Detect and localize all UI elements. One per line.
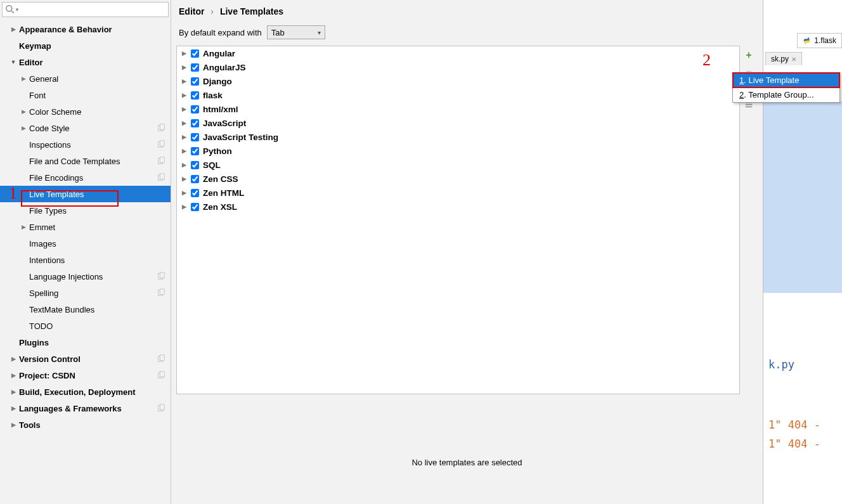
sidebar-item-todo[interactable]: TODO	[0, 318, 171, 334]
sidebar-item-label: File Types	[29, 206, 171, 216]
sidebar-item-appearance-behavior[interactable]: ▶Appearance & Behavior	[0, 21, 171, 37]
sidebar-item-label: File and Code Templates	[29, 157, 157, 166]
sidebar-item-images[interactable]: Images	[0, 235, 171, 252]
template-checkbox[interactable]	[191, 49, 199, 58]
template-group-django[interactable]: ▶Django	[177, 74, 739, 88]
template-group-sql[interactable]: ▶SQL	[177, 158, 739, 172]
svg-rect-11	[160, 273, 164, 278]
template-group-label: JavaScript	[203, 119, 246, 128]
sidebar-item-project-csdn[interactable]: ▶Project: CSDN	[0, 367, 171, 384]
sidebar-item-tools[interactable]: ▶Tools	[0, 417, 171, 433]
expand-value: Tab	[271, 28, 285, 37]
sidebar-item-general[interactable]: ▶General	[0, 70, 171, 87]
sidebar-item-editor[interactable]: ▼Editor	[0, 54, 171, 70]
template-checkbox[interactable]	[191, 63, 199, 72]
settings-tree[interactable]: ▶Appearance & BehaviorKeymap▼Editor▶Gene…	[0, 20, 171, 504]
project-icon	[157, 371, 165, 380]
template-group-label: html/xml	[203, 105, 238, 114]
tree-arrow-icon: ▶	[20, 125, 27, 131]
search-input[interactable]	[20, 3, 168, 16]
tree-arrow-icon: ▶	[182, 64, 187, 70]
chevron-down-icon: ▾	[318, 29, 321, 36]
template-checkbox[interactable]	[191, 147, 199, 155]
sidebar-item-file-and-code-templates[interactable]: File and Code Templates	[0, 153, 171, 169]
template-group-zen-css[interactable]: ▶Zen CSS	[177, 172, 739, 186]
sidebar-item-color-scheme[interactable]: ▶Color Scheme	[0, 103, 171, 120]
sidebar-item-live-templates[interactable]: Live Templates	[0, 186, 171, 202]
svg-rect-15	[160, 355, 164, 361]
tree-arrow-icon: ▶	[182, 78, 187, 84]
template-group-zen-xsl[interactable]: ▶Zen XSL	[177, 200, 739, 214]
svg-rect-3	[160, 124, 164, 130]
template-group-label: Zen CSS	[203, 174, 238, 184]
template-checkbox[interactable]	[191, 189, 199, 197]
sidebar-item-label: Build, Execution, Deployment	[19, 387, 171, 397]
background-file-tab[interactable]: 1.flask	[797, 33, 842, 48]
breadcrumb-editor[interactable]: Editor	[179, 6, 204, 16]
sidebar-item-language-injections[interactable]: Language Injections	[0, 268, 171, 285]
template-group-javascript-testing[interactable]: ▶JavaScript Testing	[177, 130, 739, 144]
sidebar-item-spelling[interactable]: Spelling	[0, 285, 171, 301]
sidebar-item-label: Font	[29, 91, 171, 100]
sidebar-item-build-execution-deployment[interactable]: ▶Build, Execution, Deployment	[0, 384, 171, 400]
sidebar-item-inspections[interactable]: Inspections	[0, 136, 171, 153]
sidebar-item-code-style[interactable]: ▶Code Style	[0, 120, 171, 136]
sidebar-item-label: Intentions	[29, 255, 171, 265]
template-checkbox[interactable]	[191, 119, 199, 127]
template-group-python[interactable]: ▶Python	[177, 144, 739, 158]
template-group-label: flask	[203, 91, 223, 100]
template-group-label: Django	[203, 77, 232, 86]
tree-arrow-icon: ▶	[10, 405, 16, 411]
template-checkbox[interactable]	[191, 105, 199, 113]
tree-arrow-icon: ▶	[182, 120, 187, 126]
code-fragment-2: 1" 404 -	[768, 437, 820, 450]
template-group-label: Angular	[203, 49, 235, 58]
tree-arrow-icon: ▼	[10, 59, 16, 65]
sidebar-item-languages-frameworks[interactable]: ▶Languages & Frameworks	[0, 400, 171, 417]
sidebar-item-font[interactable]: Font	[0, 87, 171, 103]
templates-list[interactable]: ▶Angular▶AngularJS▶Django▶flask▶html/xml…	[176, 46, 740, 394]
template-checkbox[interactable]	[191, 133, 199, 141]
add-button[interactable]: +	[742, 49, 755, 61]
tree-arrow-icon: ▶	[10, 372, 16, 378]
template-group-label: SQL	[203, 160, 221, 170]
sidebar-item-intentions[interactable]: Intentions	[0, 252, 171, 268]
template-group-label: Zen XSL	[203, 202, 237, 212]
template-group-html-xml[interactable]: ▶html/xml	[177, 102, 739, 116]
template-checkbox[interactable]	[191, 175, 199, 183]
popup-template-group[interactable]: 2. Template Group...	[733, 87, 839, 102]
sidebar-item-emmet[interactable]: ▶Emmet	[0, 219, 171, 235]
svg-rect-17	[160, 372, 164, 377]
expand-select[interactable]: Tab ▾	[267, 25, 325, 39]
svg-rect-7	[160, 157, 164, 163]
sidebar-item-keymap[interactable]: Keymap	[0, 37, 171, 54]
close-icon[interactable]: ✕	[791, 56, 796, 63]
svg-rect-5	[160, 141, 164, 146]
template-checkbox[interactable]	[191, 77, 199, 86]
sidebar-item-label: Language Injections	[29, 272, 157, 281]
settings-search[interactable]: ▼	[2, 2, 169, 17]
tree-arrow-icon: ▶	[20, 75, 27, 82]
svg-point-0	[6, 6, 12, 11]
sidebar-item-plugins[interactable]: Plugins	[0, 334, 171, 351]
breadcrumb: Editor › Live Templates	[171, 0, 763, 22]
project-icon	[157, 140, 165, 149]
template-group-zen-html[interactable]: ▶Zen HTML	[177, 186, 739, 200]
sidebar-item-label: Emmet	[29, 223, 171, 232]
template-group-flask[interactable]: ▶flask	[177, 88, 739, 102]
sidebar-item-file-encodings[interactable]: File Encodings	[0, 169, 171, 186]
sidebar-item-textmate-bundles[interactable]: TextMate Bundles	[0, 301, 171, 318]
template-checkbox[interactable]	[191, 91, 199, 100]
template-group-javascript[interactable]: ▶JavaScript	[177, 116, 739, 130]
template-checkbox[interactable]	[191, 203, 199, 211]
template-group-angular[interactable]: ▶Angular	[177, 46, 739, 60]
popup-live-template[interactable]: 1. Live Template	[733, 73, 839, 87]
sidebar-item-version-control[interactable]: ▶Version Control	[0, 351, 171, 367]
background-editor-tab[interactable]: sk.py ✕	[765, 52, 802, 65]
template-checkbox[interactable]	[191, 161, 199, 169]
template-group-angularjs[interactable]: ▶AngularJS	[177, 60, 739, 74]
svg-rect-9	[160, 174, 164, 179]
project-icon	[157, 124, 165, 132]
sidebar-item-file-types[interactable]: File Types	[0, 202, 171, 219]
svg-rect-24	[746, 107, 753, 108]
